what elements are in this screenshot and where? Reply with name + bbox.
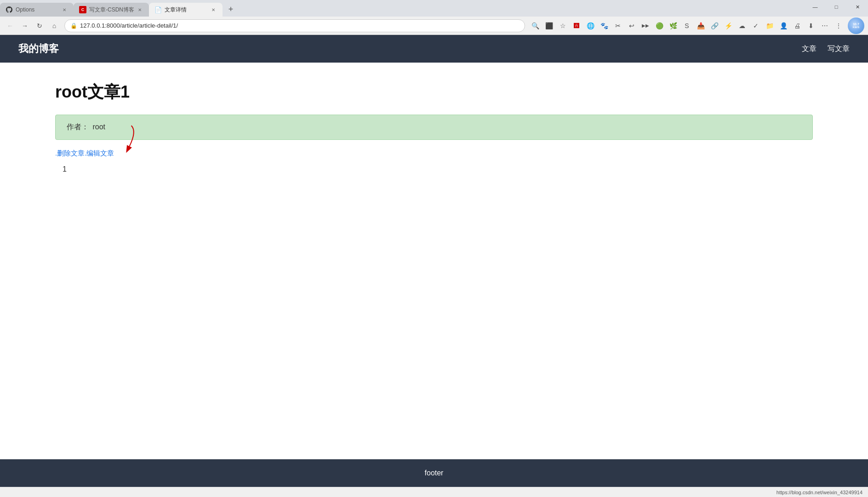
toolbar-icon-18[interactable]: ⬇ — [805, 19, 817, 32]
article-body: 1 — [63, 165, 67, 173]
site-footer: footer — [0, 459, 868, 487]
github-icon — [6, 6, 13, 13]
back-button[interactable]: ← — [4, 19, 17, 32]
speed-indicator: 10.7 KB/S — [848, 17, 864, 34]
delete-article-link[interactable]: .删除文章 — [55, 149, 85, 158]
nav-link-articles[interactable]: 文章 — [802, 44, 817, 54]
status-url: https://blog.csdn.net/weixin_43249914 — [777, 490, 862, 495]
browser-title-bar: Options ✕ C 写文章-CSDN博客 ✕ 📄 文章详情 ✕ + — □ … — [0, 0, 868, 17]
minimize-button[interactable]: — — [805, 0, 826, 14]
address-text: 127.0.0.1:8000/article/article-detail/1/ — [80, 22, 519, 29]
article-actions: .删除文章 .编辑文章 — [55, 149, 813, 158]
window-controls: — □ ✕ — [805, 0, 868, 14]
author-box: 作者： root — [55, 115, 813, 140]
site-logo: 我的博客 — [18, 42, 802, 56]
footer-text: footer — [425, 469, 444, 477]
maximize-button[interactable]: □ — [826, 0, 847, 14]
new-tab-button[interactable]: + — [224, 3, 237, 16]
article-content: 1 — [55, 165, 813, 173]
toolbar-icon-4[interactable]: ✂ — [611, 19, 624, 32]
toolbar-icon-5[interactable]: ↩ — [625, 19, 638, 32]
speed-value: 10.7 — [853, 23, 859, 26]
forward-button[interactable]: → — [18, 19, 31, 32]
toolbar-icon-16[interactable]: 👤 — [777, 19, 790, 32]
tab-article-label: 文章详情 — [165, 6, 208, 14]
page-wrapper: 我的博客 文章 写文章 root文章1 作者： root .删除文章 .编辑文章 — [0, 35, 868, 487]
toolbar-icon-13[interactable]: ☁ — [736, 19, 748, 32]
toolbar-icon-7[interactable]: 🟢 — [653, 19, 666, 32]
page-main: root文章1 作者： root .删除文章 .编辑文章 1 — [0, 63, 868, 459]
toolbar-icon-15[interactable]: 📁 — [763, 19, 776, 32]
tab-csdn-label: 写文章-CSDN博客 — [89, 6, 134, 14]
article-title: root文章1 — [55, 81, 813, 104]
toolbar-icon-8[interactable]: 🌿 — [667, 19, 680, 32]
address-bar[interactable]: 🔒 127.0.0.1:8000/article/article-detail/… — [64, 19, 525, 32]
star-button[interactable]: ☆ — [556, 19, 569, 32]
screenshot-button[interactable]: ⬛ — [542, 19, 555, 32]
toolbar-icon-11[interactable]: 🔗 — [708, 19, 721, 32]
search-button[interactable]: 🔍 — [529, 19, 542, 32]
author-value: root — [92, 123, 105, 131]
speed-unit: KB/S — [853, 26, 859, 29]
tab-options-label: Options — [16, 6, 59, 13]
tab-csdn[interactable]: C 写文章-CSDN博客 ✕ — [74, 3, 149, 17]
toolbar-icon-1[interactable]: 🅰 — [570, 19, 583, 32]
tab-options-close[interactable]: ✕ — [61, 6, 68, 13]
toolbar-icon-10[interactable]: 📥 — [694, 19, 707, 32]
toolbar-icon-9[interactable]: S — [680, 19, 693, 32]
browser-toolbar: ← → ↻ ⌂ 🔒 127.0.0.1:8000/article/article… — [0, 17, 868, 35]
settings-button[interactable]: ⋯ — [818, 19, 831, 32]
site-nav: 我的博客 文章 写文章 — [0, 35, 868, 63]
home-button[interactable]: ⌂ — [48, 19, 61, 32]
nav-link-write[interactable]: 写文章 — [828, 44, 850, 54]
close-button[interactable]: ✕ — [847, 0, 868, 14]
doc-icon: 📄 — [154, 6, 162, 13]
toolbar-icon-2[interactable]: 🌐 — [584, 19, 597, 32]
csdn-icon: C — [79, 6, 86, 13]
tab-article-close[interactable]: ✕ — [210, 6, 217, 13]
lock-icon: 🔒 — [70, 23, 77, 29]
toolbar-icon-17[interactable]: 🖨 — [791, 19, 804, 32]
toolbar-icon-14[interactable]: ✓ — [749, 19, 762, 32]
annotation-arrow — [115, 124, 140, 154]
edit-article-link[interactable]: .编辑文章 — [85, 149, 114, 158]
toolbar-icon-3[interactable]: 🐾 — [598, 19, 611, 32]
toolbar-icon-12[interactable]: ⚡ — [722, 19, 735, 32]
tab-csdn-close[interactable]: ✕ — [136, 6, 143, 13]
toolbar-right: 🔍 ⬛ ☆ 🅰 🌐 🐾 ✂ ↩ ▶▶ 🟢 🌿 S 📥 🔗 ⚡ ☁ ✓ 📁 👤 🖨… — [529, 17, 864, 34]
browser-chrome: Options ✕ C 写文章-CSDN博客 ✕ 📄 文章详情 ✕ + — □ … — [0, 0, 868, 35]
toolbar-icon-6[interactable]: ▶▶ — [639, 19, 652, 32]
author-label: 作者： — [67, 123, 89, 131]
nav-links: 文章 写文章 — [802, 44, 850, 54]
tab-options[interactable]: Options ✕ — [0, 3, 74, 17]
reload-button[interactable]: ↻ — [33, 19, 46, 32]
more-button[interactable]: ⋮ — [832, 19, 845, 32]
browser-status-bar: https://blog.csdn.net/weixin_43249914 — [0, 487, 868, 497]
tab-article[interactable]: 📄 文章详情 ✕ — [149, 3, 223, 17]
